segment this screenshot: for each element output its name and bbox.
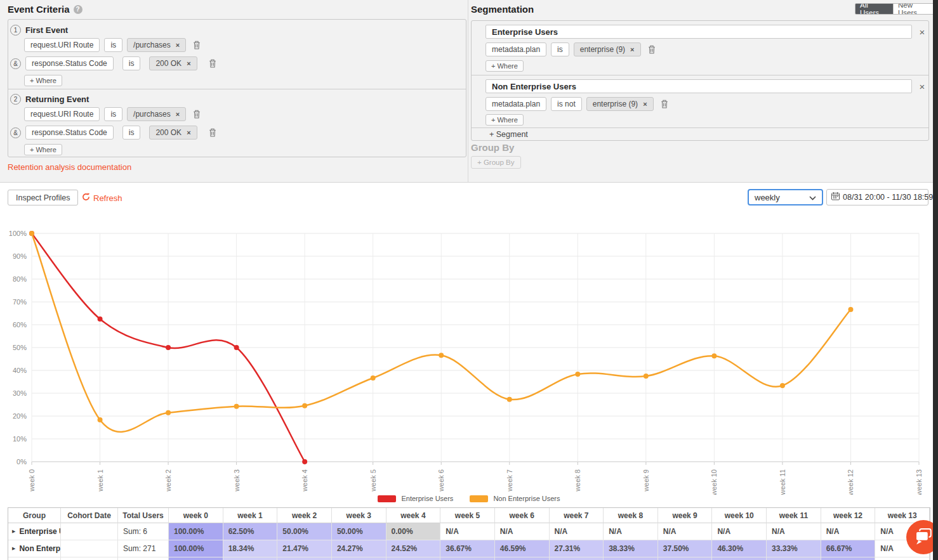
field-pill[interactable]: request.URI Route [24, 38, 100, 52]
value-pill[interactable]: enterprise (9) [574, 42, 641, 56]
interval-value: weekly [755, 193, 780, 202]
column-header-week-7: week 7 [550, 508, 604, 523]
refresh-icon [82, 193, 90, 203]
toggle-new-users[interactable]: New Users [893, 4, 937, 14]
expand-arrow-icon[interactable]: ▶ [12, 546, 15, 551]
retention-cell: 100.00% [169, 540, 223, 557]
remove-segment-icon[interactable] [917, 27, 927, 37]
add-where-button[interactable]: + Where [24, 144, 62, 155]
toggle-all-users[interactable]: All Users [855, 4, 893, 14]
retention-cell [332, 557, 386, 560]
retention-cell: N/A [604, 523, 658, 540]
interval-select[interactable]: weekly [748, 189, 823, 205]
retention-cell: N/A [495, 523, 550, 540]
segment-enterprise: Enterprise Users metadata.plan is enterp… [472, 21, 928, 75]
svg-text:week 3: week 3 [233, 469, 241, 492]
remove-value-icon[interactable] [176, 42, 180, 49]
field-pill[interactable]: response.Status Code [25, 126, 114, 140]
refresh-label: Refresh [93, 193, 122, 203]
svg-text:week 12: week 12 [847, 469, 854, 495]
add-where-button[interactable]: + Where [24, 75, 62, 86]
svg-text:80%: 80% [13, 275, 27, 283]
retention-docs-link[interactable]: Retention analysis documentation [8, 162, 131, 172]
value-pill[interactable]: 200 OK [149, 126, 197, 140]
remove-segment-icon[interactable] [917, 81, 927, 91]
svg-text:week 0: week 0 [28, 469, 36, 492]
field-pill[interactable]: response.Status Code [25, 56, 114, 70]
remove-value-icon[interactable] [176, 111, 180, 118]
trash-icon[interactable] [193, 41, 201, 49]
group-by-title: Group By [471, 142, 514, 153]
svg-text:60%: 60% [13, 321, 27, 329]
segment-name-input[interactable]: Enterprise Users [486, 25, 912, 39]
field-pill[interactable]: metadata.plan [486, 42, 546, 56]
group-cell[interactable]: ▶Non Enterprise Users [8, 540, 61, 557]
segment-name-input[interactable]: Non Enterprise Users [486, 79, 912, 93]
operator-pill[interactable]: is [122, 126, 141, 140]
operator-pill[interactable]: is [122, 56, 141, 70]
retention-cell: N/A [440, 523, 495, 540]
remove-value-icon[interactable] [630, 46, 634, 53]
date-range-button[interactable]: 08/31 20:00 - 11/30 18:59 [826, 189, 928, 205]
expand-arrow-icon[interactable]: ▶ [12, 529, 15, 534]
column-header-week-11: week 11 [767, 508, 821, 523]
retention-cell [386, 557, 441, 560]
legend-item-enterprise[interactable]: Enterprise Users [378, 495, 453, 502]
column-header-week-9: week 9 [658, 508, 713, 523]
retention-chart[interactable]: 0%10%20%30%40%50%60%70%80%90%100%week 0w… [0, 216, 938, 495]
add-group-by-button[interactable]: + Group By [471, 156, 521, 169]
total-users-cell: Sum: 271 [118, 540, 169, 557]
retention-cell: N/A [712, 523, 767, 540]
help-icon[interactable] [74, 5, 83, 14]
value-pill[interactable]: /purchases [127, 38, 186, 52]
field-pill[interactable]: request.URI Route [24, 107, 100, 121]
column-header-group: Group [8, 508, 61, 523]
add-where-button[interactable]: + Where [486, 60, 524, 72]
svg-text:week 9: week 9 [642, 469, 650, 492]
operator-pill[interactable]: is not [551, 97, 582, 111]
retention-cell [604, 557, 658, 560]
value-text: 200 OK [155, 128, 182, 137]
user-scope-toggle: All Users New Users [855, 3, 938, 15]
trash-icon[interactable] [661, 100, 668, 108]
add-segment-button[interactable]: + Segment [472, 127, 928, 140]
refresh-button[interactable]: Refresh [82, 193, 122, 203]
event-number-badge: 1 [10, 25, 21, 36]
value-pill[interactable]: enterprise (9) [586, 97, 654, 111]
svg-text:week 7: week 7 [506, 469, 513, 492]
field-pill[interactable]: metadata.plan [486, 97, 546, 111]
trash-icon[interactable] [193, 110, 201, 119]
table-row: ▶Enterprise UsersSum: 6100.00%62.50%50.0… [8, 523, 930, 540]
cohort-date-cell [61, 540, 118, 557]
inspect-profiles-button[interactable]: Inspect Profiles [8, 190, 78, 205]
event-number-badge: 2 [10, 94, 21, 105]
operator-pill[interactable]: is [104, 38, 122, 52]
trash-icon[interactable] [648, 45, 656, 54]
column-header-week-5: week 5 [440, 508, 495, 523]
operator-pill[interactable]: is [551, 42, 569, 56]
remove-value-icon[interactable] [187, 129, 190, 136]
add-where-button[interactable]: + Where [486, 114, 524, 126]
table-cell [8, 557, 61, 560]
value-pill[interactable]: 200 OK [149, 56, 197, 70]
legend-item-non-enterprise[interactable]: Non Enterprise Users [470, 495, 560, 502]
group-name: Non Enterprise Users [19, 544, 61, 553]
retention-cell: N/A [550, 523, 604, 540]
group-cell[interactable]: ▶Enterprise Users [8, 523, 61, 540]
operator-pill[interactable]: is [104, 107, 122, 121]
remove-value-icon[interactable] [643, 101, 647, 108]
remove-value-icon[interactable] [187, 60, 190, 67]
svg-text:week 6: week 6 [437, 469, 445, 492]
retention-cell: N/A [821, 523, 876, 540]
svg-text:100%: 100% [9, 230, 27, 237]
retention-cell: 46.30% [712, 540, 767, 557]
retention-cell: 66.67% [821, 540, 876, 557]
vertical-scrollbar[interactable] [933, 0, 938, 560]
retention-cell [658, 557, 713, 560]
trash-icon[interactable] [209, 59, 216, 68]
trash-icon[interactable] [209, 128, 216, 137]
first-event-label: First Event [25, 25, 68, 35]
value-pill[interactable]: /purchases [127, 107, 186, 121]
value-text: /purchases [133, 110, 171, 119]
first-event-group: 1 First Event request.URI Route is /purc… [8, 20, 466, 89]
